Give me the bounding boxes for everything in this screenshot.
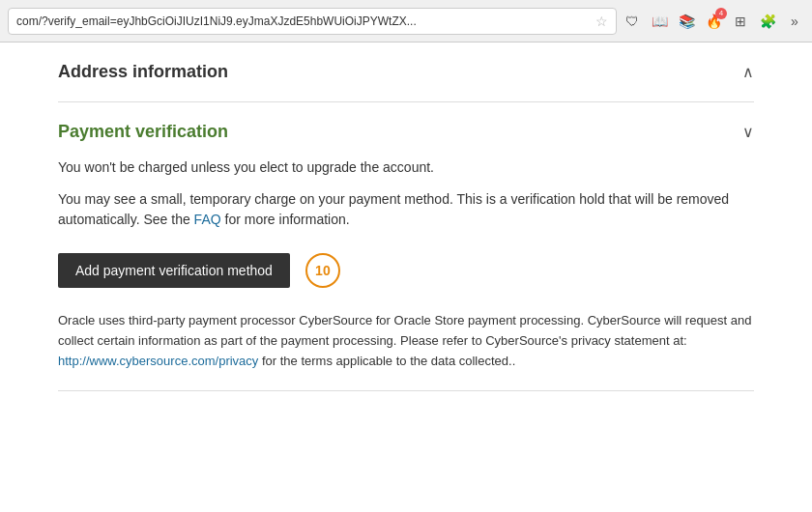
browser-toolbar: com/?verify_email=eyJhbGciOiJIUzI1NiJ9.e…	[0, 0, 812, 43]
payment-section-header[interactable]: Payment verification ∨	[58, 102, 754, 157]
library-icon[interactable]: 📚	[677, 12, 696, 31]
payment-text-2: You may see a small, temporary charge on…	[58, 189, 754, 230]
address-section-header[interactable]: Address information ∧	[58, 43, 754, 102]
payment-chevron-icon: ∨	[742, 123, 754, 141]
payment-section-title: Payment verification	[58, 122, 228, 142]
button-row: Add payment verification method 10	[58, 253, 754, 288]
step-badge: 10	[305, 253, 340, 288]
cybersource-text: Oracle uses third-party payment processo…	[58, 311, 754, 371]
address-chevron-icon: ∧	[742, 63, 754, 81]
more-icon[interactable]: »	[785, 12, 804, 31]
payment-text-2-pre: You may see a small, temporary charge on…	[58, 191, 729, 227]
cybersource-link[interactable]: http://www.cybersource.com/privacy	[58, 354, 258, 368]
payment-text-1: You won't be charged unless you elect to…	[58, 157, 754, 178]
reader-icon[interactable]: 📖	[650, 12, 669, 31]
address-section-title: Address information	[58, 62, 228, 82]
payment-verification-section: Payment verification ∨ You won't be char…	[58, 102, 754, 391]
faq-link[interactable]: FAQ	[194, 212, 221, 227]
payment-text-2-post: for more information.	[221, 212, 350, 227]
url-text: com/?verify_email=eyJhbGciOiJIUzI1NiJ9.e…	[16, 14, 590, 28]
puzzle-icon[interactable]: 🧩	[758, 12, 777, 31]
add-payment-button[interactable]: Add payment verification method	[58, 253, 290, 288]
cybersource-post-text: for the terms applicable to the data col…	[258, 354, 515, 368]
notification-badge: 4	[715, 8, 727, 19]
cybersource-pre-text: Oracle uses third-party payment processo…	[58, 313, 751, 348]
fx-icon[interactable]: 🔥 4	[704, 12, 723, 31]
browser-icons: 🛡 📖 📚 🔥 4 ⊞ 🧩 »	[623, 12, 804, 31]
grid-icon[interactable]: ⊞	[731, 12, 750, 31]
shield-icon[interactable]: 🛡	[623, 12, 642, 31]
page-content: Address information ∧ Payment verificati…	[0, 43, 812, 391]
payment-body: You won't be charged unless you elect to…	[58, 157, 754, 371]
url-bar[interactable]: com/?verify_email=eyJhbGciOiJIUzI1NiJ9.e…	[8, 8, 617, 35]
star-icon[interactable]: ☆	[595, 14, 608, 29]
